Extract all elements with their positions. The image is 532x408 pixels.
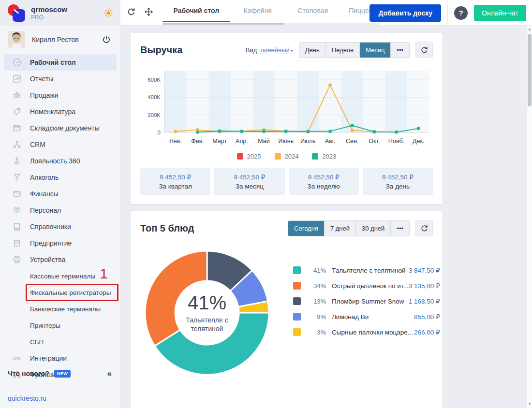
top5-legend-name: Острый цыпленок по ит... (332, 282, 409, 290)
sales-icon (12, 90, 22, 100)
tabs-scrollbar[interactable] (163, 23, 381, 25)
top5-legend-name: Пломбир Summer Snow (332, 298, 409, 305)
enterprise-icon (12, 238, 22, 248)
top5-legend-price: 266,00 ₽ (414, 328, 440, 336)
collapse-sidebar-icon[interactable]: « (107, 369, 112, 379)
add-board-button[interactable]: Добавить доску (369, 4, 441, 22)
tab-2[interactable]: Кофейня (230, 0, 285, 22)
sidebar-item[interactable]: Банковские терминалы (4, 301, 117, 317)
svg-text:Июнь: Июнь (278, 138, 294, 145)
revenue-refresh-button[interactable] (415, 42, 433, 58)
refresh-boards-icon[interactable] (126, 6, 136, 17)
view-value-dropdown[interactable]: линейный (260, 46, 289, 54)
crm-icon (12, 140, 22, 149)
stat-label: За квартал (159, 183, 192, 190)
avatar[interactable] (8, 31, 25, 48)
top5-legend-row[interactable]: 9%Лимонад Ви855,00 ₽ (293, 309, 440, 324)
top5-more-button[interactable]: ••• (391, 221, 409, 236)
svg-text:Авг.: Авг. (325, 138, 335, 145)
revenue-card-title: Выручка (140, 44, 182, 56)
warehouse-icon (12, 123, 22, 133)
top5-range-buttons: Сегодня7 дней30 дней••• (288, 220, 410, 236)
sidebar-menu: Рабочий столОтчетыПродажиНоменклатураСкл… (0, 54, 120, 383)
scroll-down-arrow[interactable]: ▼ (527, 401, 532, 407)
staff-icon (12, 205, 22, 215)
top5-legend-row[interactable]: 13%Пломбир Summer Snow1 168,50 ₽ (293, 293, 440, 309)
legend-item-2025[interactable]: 2025 (237, 153, 261, 160)
revenue-range-1[interactable]: День (299, 43, 326, 58)
logout-power-icon[interactable] (101, 34, 112, 45)
line-chart-legend: 202520242023 (140, 153, 433, 160)
sidebar-item-label: Предприятие (30, 239, 72, 247)
scroll-up-arrow[interactable]: ▲ (527, 27, 532, 32)
sidebar-item-label: Фискальные регистраторы (30, 289, 111, 296)
top5-legend-row[interactable]: 41%Тальятелле с телятиной3 847,50 ₽ (293, 262, 440, 278)
sidebar-item[interactable]: Предприятие (4, 235, 117, 251)
sidebar-item[interactable]: Принтеры (4, 317, 117, 334)
online-chat-button[interactable]: Онлайн-чат (474, 5, 526, 21)
tabs-scrollbar-thumb[interactable] (163, 23, 284, 25)
top5-legend-name: Лимонад Ви (332, 313, 414, 321)
top5-legend-name: Сырные палочки моцаре... (332, 329, 414, 336)
sidebar-item-label: Кассовые терминалы (30, 273, 95, 280)
tab-1[interactable]: Рабочий стол (163, 0, 230, 22)
sidebar-item[interactable]: Персонал (4, 202, 117, 219)
reports-icon (12, 74, 22, 84)
help-button[interactable]: ? (454, 6, 468, 20)
top5-legend-swatch (293, 313, 301, 321)
sidebar-item-label: Номенклатура (30, 108, 75, 116)
sidebar-item[interactable]: Номенклатура (4, 103, 117, 120)
main-content: Выручка Вид: линейный▾ ДеньНеделяМесяц••… (120, 26, 526, 408)
revenue-range-2[interactable]: Неделя (326, 43, 360, 58)
sidebar-item-label: Финансы (30, 190, 59, 198)
svg-text:Сен.: Сен. (346, 138, 358, 145)
donut-center-name: Тальятелле с телятиной (176, 316, 238, 333)
top5-range-2[interactable]: 7 дней (325, 221, 356, 236)
sidebar-item[interactable]: Финансы (4, 186, 117, 202)
stat-value: 9 452,50 ₽ (308, 173, 340, 181)
sidebar-item[interactable]: Рабочий стол (4, 54, 117, 71)
move-board-icon[interactable] (143, 6, 154, 17)
vertical-scrollbar[interactable]: ▲ ▼ (526, 26, 532, 408)
legend-item-2024[interactable]: 2024 (275, 153, 299, 160)
sidebar-item[interactable]: CRM (4, 136, 117, 153)
view-label: Вид: (246, 46, 259, 54)
scrollbar-thumb[interactable] (528, 34, 532, 106)
integrations-icon (12, 353, 22, 363)
legend-item-2023[interactable]: 2023 (312, 153, 336, 160)
header-divider (447, 0, 448, 26)
sidebar-item[interactable]: СБП (4, 334, 117, 350)
top5-legend-name: Тальятелле с телятиной (332, 267, 409, 274)
top5-legend-price: 855,00 ₽ (414, 313, 440, 321)
sidebar-item[interactable]: Алкоголь (4, 169, 117, 186)
top5-range-1[interactable]: Сегодня (288, 221, 325, 236)
sidebar-item[interactable]: Справочники (4, 219, 117, 235)
revenue-range-3[interactable]: Месяц (360, 43, 391, 58)
top5-legend-row[interactable]: 3%Сырные палочки моцаре...266,00 ₽ (293, 324, 440, 340)
whats-new-link[interactable]: Что нового? (8, 370, 49, 378)
caret-down-icon: ▾ (291, 48, 293, 53)
sidebar-item-label: Алкоголь (30, 174, 59, 181)
revenue-more-button[interactable]: ••• (391, 43, 409, 58)
sidebar-item[interactable]: Продажи (4, 87, 117, 103)
sidebar-item-label: Принтеры (30, 322, 60, 329)
sidebar-item[interactable]: Интеграции (4, 350, 117, 366)
sidebar-item[interactable]: Кассовые терминалы1 (4, 268, 117, 284)
top5-range-3[interactable]: 30 дней (356, 221, 391, 236)
svg-text:Май: Май (258, 138, 270, 145)
tab-3[interactable]: Столовая (285, 0, 340, 22)
top5-legend-row[interactable]: 34%Острый цыпленок по ит...3 135,00 ₽ (293, 278, 440, 293)
sidebar-item[interactable]: Лояльность.360 (4, 153, 117, 169)
top5-donut-chart: 41% Тальятелле с телятиной (141, 247, 273, 379)
theme-toggle-sun-icon[interactable] (103, 8, 114, 18)
stat-box: 9 452,50 ₽За квартал (140, 168, 210, 195)
sidebar-item[interactable]: Складские документы (4, 120, 117, 136)
sidebar-item[interactable]: Фискальные регистраторы (4, 284, 117, 301)
top5-refresh-button[interactable] (415, 220, 433, 236)
site-link[interactable]: quickresto.ru (8, 394, 46, 402)
devices-icon (12, 255, 22, 264)
sidebar-item[interactable]: Отчеты (4, 71, 117, 87)
user-row: Кирилл Рестов (0, 29, 120, 50)
legend-swatch (312, 153, 318, 160)
svg-text:Июль: Июль (300, 138, 316, 145)
